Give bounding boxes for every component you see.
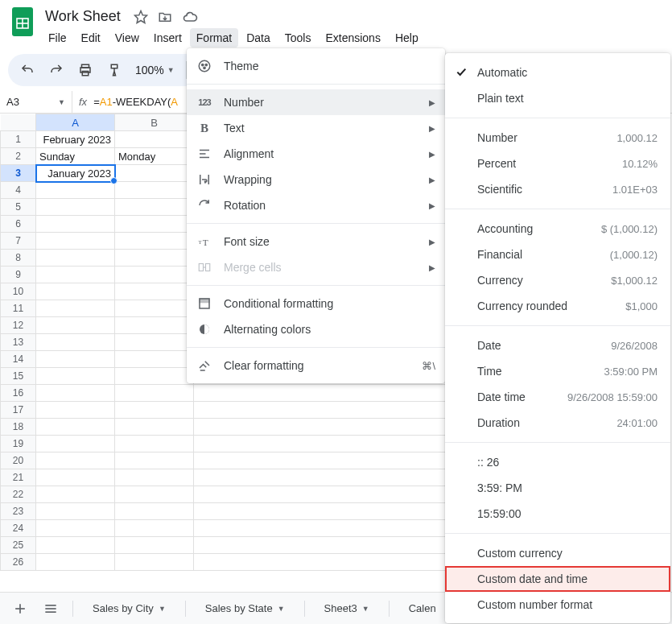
sheet-tab[interactable]: Sales by State▼ — [196, 596, 295, 622]
cell[interactable] — [115, 368, 194, 385]
menu-help[interactable]: Help — [389, 28, 425, 48]
row-header[interactable]: 21 — [1, 469, 36, 486]
add-sheet-button[interactable] — [8, 597, 32, 621]
cell[interactable] — [36, 317, 115, 334]
print-button[interactable] — [74, 59, 97, 81]
format-menu-item-theme[interactable]: Theme — [187, 53, 445, 79]
col-header-a[interactable]: A — [36, 114, 115, 131]
cell[interactable] — [36, 436, 115, 453]
cell[interactable] — [115, 199, 194, 216]
sheet-tab[interactable]: Calen — [399, 596, 446, 622]
cell[interactable] — [115, 233, 194, 250]
cell[interactable] — [115, 554, 194, 571]
cell[interactable] — [36, 503, 115, 520]
cell[interactable] — [36, 300, 115, 317]
cell[interactable] — [36, 250, 115, 267]
all-sheets-button[interactable] — [39, 597, 63, 621]
number-format-3-59-pm[interactable]: 3:59: PM — [445, 475, 670, 501]
format-menu-item-alternating-colors[interactable]: Alternating colors — [187, 316, 445, 342]
row-header[interactable]: 4 — [1, 182, 36, 199]
number-format-percent[interactable]: Percent10.12% — [445, 151, 670, 176]
cell[interactable] — [36, 385, 115, 402]
number-format-time[interactable]: Time3:59:00 PM — [445, 358, 670, 384]
row-header[interactable]: 15 — [1, 368, 36, 385]
name-box[interactable]: A3▼ — [0, 91, 72, 113]
menu-data[interactable]: Data — [240, 28, 277, 48]
cell[interactable] — [115, 503, 194, 520]
cell[interactable] — [36, 283, 115, 300]
row-header[interactable]: 25 — [1, 537, 36, 554]
menu-format[interactable]: Format — [190, 28, 238, 48]
select-all-corner[interactable] — [1, 114, 36, 131]
row-header[interactable]: 9 — [1, 267, 36, 283]
row-header[interactable]: 14 — [1, 351, 36, 368]
row-header[interactable]: 5 — [1, 199, 36, 216]
number-format-currency-rounded[interactable]: Currency rounded$1,000 — [445, 293, 670, 319]
cell[interactable] — [36, 351, 115, 368]
menu-view[interactable]: View — [109, 28, 146, 48]
sheets-logo[interactable] — [10, 6, 35, 37]
cell[interactable] — [115, 537, 194, 554]
cell[interactable] — [115, 267, 194, 283]
cell[interactable] — [36, 402, 115, 419]
cell[interactable] — [115, 283, 194, 300]
cell[interactable] — [115, 334, 194, 351]
format-menu-item-alignment[interactable]: Alignment▶ — [187, 141, 445, 167]
number-format-automatic[interactable]: Automatic — [445, 60, 670, 85]
number-format-duration[interactable]: Duration24:01:00 — [445, 410, 670, 436]
cell[interactable] — [36, 453, 115, 469]
row-header[interactable]: 16 — [1, 385, 36, 402]
cell[interactable] — [115, 351, 194, 368]
cell[interactable] — [115, 250, 194, 267]
col-header-b[interactable]: B — [115, 114, 194, 131]
cell[interactable] — [115, 317, 194, 334]
row-header[interactable]: 3 — [1, 165, 36, 182]
format-menu-item-conditional-formatting[interactable]: Conditional formatting — [187, 291, 445, 316]
cell[interactable] — [36, 520, 115, 537]
cell[interactable] — [36, 368, 115, 385]
format-menu-item-text[interactable]: BText▶ — [187, 115, 445, 141]
undo-button[interactable] — [16, 59, 39, 81]
row-header[interactable]: 20 — [1, 453, 36, 469]
row-header[interactable]: 1 — [1, 131, 36, 148]
formula-bar[interactable]: =A1-WEEKDAY(A — [93, 96, 178, 108]
number-format-currency[interactable]: Currency$1,000.12 — [445, 267, 670, 293]
cell[interactable] — [115, 165, 194, 182]
cell[interactable] — [115, 419, 194, 436]
cell[interactable] — [115, 182, 194, 199]
cell[interactable] — [115, 469, 194, 486]
cell[interactable] — [36, 267, 115, 283]
cell[interactable] — [36, 554, 115, 571]
number-format-date-time[interactable]: Date time9/26/2008 15:59:00 — [445, 384, 670, 410]
row-header[interactable]: 19 — [1, 436, 36, 453]
zoom-select[interactable]: 100%▼ — [132, 64, 178, 76]
number-format-date[interactable]: Date9/26/2008 — [445, 333, 670, 358]
row-header[interactable]: 7 — [1, 233, 36, 250]
cell[interactable] — [36, 419, 115, 436]
cell[interactable] — [115, 300, 194, 317]
cell[interactable] — [115, 216, 194, 233]
cloud-status-icon[interactable] — [182, 9, 198, 25]
number-format-number[interactable]: Number1,000.12 — [445, 125, 670, 151]
cell[interactable] — [36, 469, 115, 486]
menu-edit[interactable]: Edit — [75, 28, 107, 48]
number-format-custom-currency[interactable]: Custom currency — [445, 540, 670, 566]
cell[interactable] — [36, 216, 115, 233]
row-header[interactable]: 17 — [1, 402, 36, 419]
cell[interactable]: Monday — [115, 148, 194, 165]
cell[interactable] — [115, 453, 194, 469]
cell[interactable] — [115, 402, 194, 419]
cell[interactable]: Sunday — [36, 148, 115, 165]
cell[interactable] — [115, 436, 194, 453]
cell[interactable]: January 2023 — [36, 165, 115, 182]
menu-file[interactable]: File — [42, 28, 73, 48]
menu-tools[interactable]: Tools — [278, 28, 318, 48]
cell[interactable]: February 2023 — [36, 131, 115, 148]
cell[interactable] — [115, 520, 194, 537]
number-format-financial[interactable]: Financial(1,000.12) — [445, 242, 670, 267]
menu-extensions[interactable]: Extensions — [319, 28, 386, 48]
format-menu-item-wrapping[interactable]: Wrapping▶ — [187, 167, 445, 192]
row-header[interactable]: 10 — [1, 283, 36, 300]
number-format-15-59-00[interactable]: 15:59:00 — [445, 501, 670, 527]
number-format-custom-date-and-time[interactable]: Custom date and time — [445, 566, 670, 592]
